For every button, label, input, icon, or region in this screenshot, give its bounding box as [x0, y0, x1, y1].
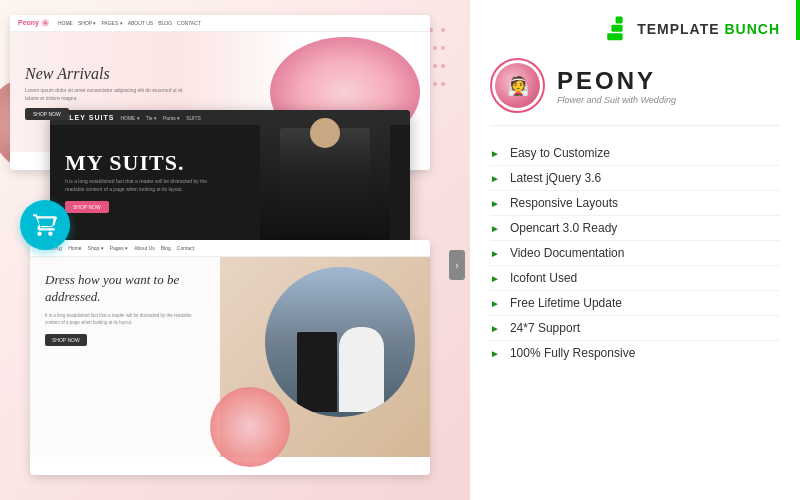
peony-brand-section: 👰 PEONY Flower and Suit with Wedding	[490, 58, 780, 126]
feature-label: Easy to Customize	[510, 146, 610, 160]
feature-icofont: ► Icofont Used	[490, 266, 780, 291]
bottom-flower-decoration	[210, 387, 290, 467]
wedding-right-content	[220, 257, 430, 457]
svg-rect-1	[612, 25, 623, 32]
template-bunch-logo: TEMPLATE BUNCH	[603, 15, 780, 43]
feature-arrow-icon: ►	[490, 148, 500, 159]
flower-cta-button[interactable]: SHOP NOW	[25, 108, 69, 120]
feature-arrow-icon: ►	[490, 223, 500, 234]
flower-hero-text: New Arrivals Lorem ipsum dolor sit amet …	[25, 64, 185, 120]
tb-logo-icon	[603, 15, 631, 43]
peony-person-icon: 👰	[507, 75, 529, 97]
cart-icon-overlay[interactable]	[20, 200, 70, 250]
feature-responsive: ► Responsive Layouts	[490, 191, 780, 216]
peony-logo-inner: 👰	[495, 63, 540, 108]
feature-free-update: ► Free Lifetime Update	[490, 291, 780, 316]
feature-arrow-icon: ►	[490, 273, 500, 284]
feature-label: 24*7 Support	[510, 321, 580, 335]
groom-figure	[297, 332, 337, 412]
feature-label: Responsive Layouts	[510, 196, 618, 210]
top-nav-links: HOME SHOP ▾ PAGES ▾ ABOUT US BLOG CONTAC…	[58, 20, 201, 26]
cart-icon	[32, 212, 58, 238]
bride-figure	[339, 327, 384, 412]
person-silhouette	[280, 128, 370, 238]
wedding-nav: Wedding Home Shop ▾ Pages ▾ About Us Blo…	[30, 240, 430, 257]
feature-arrow-icon: ►	[490, 198, 500, 209]
peony-title: PEONY	[557, 67, 676, 95]
top-nav: Peony 🌸 HOME SHOP ▾ PAGES ▾ ABOUT US BLO…	[10, 15, 430, 32]
tb-logo-text: TEMPLATE BUNCH	[637, 21, 780, 37]
wedding-preview: Wedding Home Shop ▾ Pages ▾ About Us Blo…	[30, 240, 430, 475]
feature-arrow-icon: ►	[490, 323, 500, 334]
wedding-hero-title: Dress how you want to be addressed.	[45, 272, 205, 306]
svg-rect-0	[616, 16, 623, 23]
wedding-hero-subtitle: It is a long established fact that a rea…	[45, 312, 205, 326]
peony-name-area: PEONY Flower and Suit with Wedding	[557, 67, 676, 105]
green-accent-bar	[796, 0, 800, 40]
peony-tagline: Flower and Suit with Wedding	[557, 95, 676, 105]
feature-arrow-icon: ►	[490, 298, 500, 309]
feature-label: Video Documentation	[510, 246, 625, 260]
top-logo: Peony 🌸	[18, 19, 50, 27]
suits-hero-title: MY SUITS.	[65, 152, 215, 174]
suits-person-image	[260, 125, 390, 240]
feature-support: ► 24*7 Support	[490, 316, 780, 341]
feature-label: Icofont Used	[510, 271, 577, 285]
suits-preview: ALLEY SUITS HOME ▾ Tie ▾ Pants ▾ SUITS M…	[50, 110, 410, 255]
slide-arrow[interactable]: ›	[449, 250, 465, 280]
peony-logo-circle: 👰	[490, 58, 545, 113]
suits-hero: MY SUITS. It is a long established fact …	[50, 125, 410, 240]
feature-label: 100% Fully Responsive	[510, 346, 635, 360]
suits-hero-subtitle: It is a long established fact that a rea…	[65, 178, 215, 193]
suits-cta-button[interactable]: SHOP NOW	[65, 201, 109, 213]
feature-arrow-icon: ►	[490, 348, 500, 359]
wedding-left-content: Dress how you want to be addressed. It i…	[30, 257, 220, 457]
right-info-panel: TEMPLATE BUNCH 👰 PEONY Flower and Suit w…	[470, 0, 800, 500]
suits-hero-text: MY SUITS. It is a long established fact …	[65, 152, 215, 213]
flower-hero-title: New Arrivals	[25, 64, 185, 83]
couple-circle	[265, 267, 415, 417]
feature-label: Free Lifetime Update	[510, 296, 622, 310]
features-list: ► Easy to Customize ► Latest jQuery 3.6 …	[490, 141, 780, 365]
couple-figures	[265, 267, 415, 417]
feature-label: Opencart 3.0 Ready	[510, 221, 617, 235]
template-bunch-header: TEMPLATE BUNCH	[490, 15, 780, 43]
left-preview-panel: Peony 🌸 HOME SHOP ▾ PAGES ▾ ABOUT US BLO…	[0, 0, 470, 500]
svg-rect-2	[607, 33, 622, 40]
feature-label: Latest jQuery 3.6	[510, 171, 601, 185]
feature-video-docs: ► Video Documentation	[490, 241, 780, 266]
feature-fully-responsive: ► 100% Fully Responsive	[490, 341, 780, 365]
wedding-cta-button[interactable]: SHOP NOW	[45, 334, 87, 346]
feature-arrow-icon: ►	[490, 173, 500, 184]
feature-jquery: ► Latest jQuery 3.6	[490, 166, 780, 191]
person-head	[310, 118, 340, 148]
flower-hero-subtitle: Lorem ipsum dolor sit amet consectetur a…	[25, 87, 185, 102]
feature-opencart: ► Opencart 3.0 Ready	[490, 216, 780, 241]
feature-arrow-icon: ►	[490, 248, 500, 259]
wedding-body: Dress how you want to be addressed. It i…	[30, 257, 430, 457]
feature-easy-customize: ► Easy to Customize	[490, 141, 780, 166]
